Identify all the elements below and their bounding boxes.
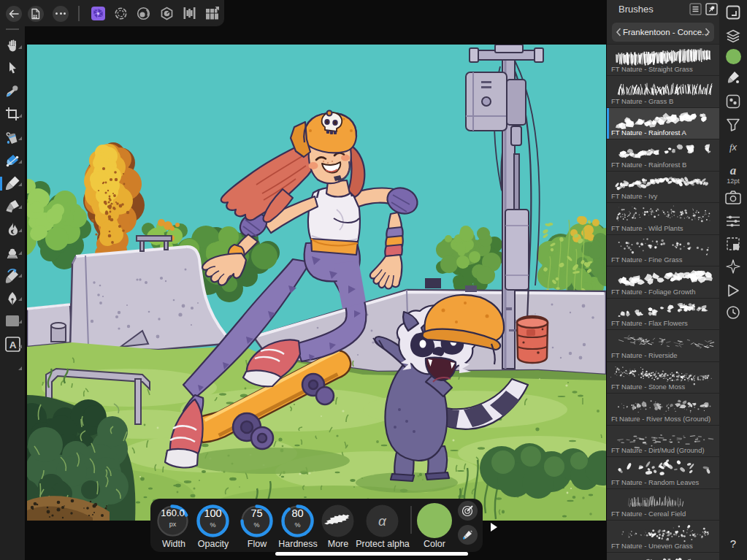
- svg-text:α: α: [378, 513, 387, 529]
